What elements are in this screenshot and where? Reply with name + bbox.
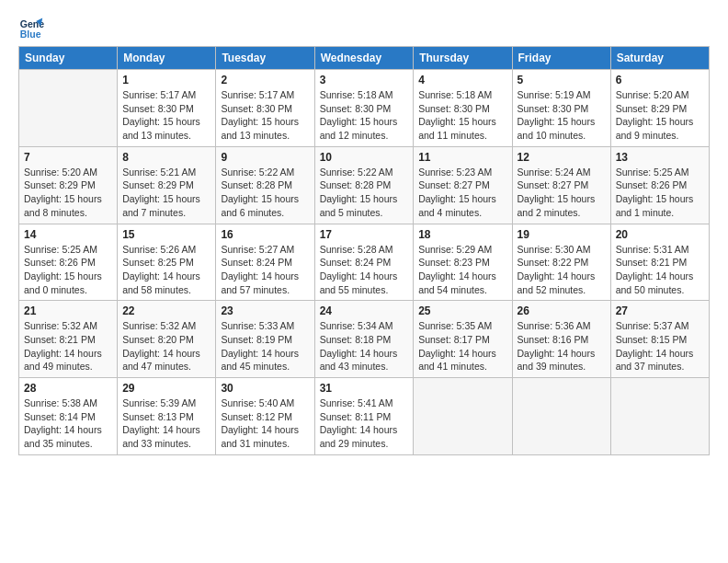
header: General Blue (18, 15, 710, 40)
day-number: 22 (122, 304, 210, 317)
day-cell: 21Sunrise: 5:32 AM Sunset: 8:21 PM Dayli… (19, 301, 118, 378)
header-cell-thursday: Thursday (414, 47, 512, 70)
day-number: 9 (221, 151, 309, 164)
day-cell: 27Sunrise: 5:37 AM Sunset: 8:15 PM Dayli… (610, 301, 709, 378)
day-number: 4 (418, 74, 506, 86)
day-info: Sunrise: 5:21 AM Sunset: 8:29 PM Dayligh… (122, 166, 210, 220)
day-cell: 5Sunrise: 5:19 AM Sunset: 8:30 PM Daylig… (512, 70, 610, 147)
header-cell-tuesday: Tuesday (216, 47, 314, 70)
day-number: 23 (221, 304, 309, 317)
calendar-header-row: SundayMondayTuesdayWednesdayThursdayFrid… (19, 47, 710, 70)
day-cell: 11Sunrise: 5:23 AM Sunset: 8:27 PM Dayli… (414, 146, 512, 224)
header-cell-friday: Friday (512, 47, 610, 70)
day-number: 30 (221, 382, 309, 395)
header-cell-wednesday: Wednesday (314, 47, 414, 70)
svg-text:Blue: Blue (20, 29, 41, 40)
day-number: 6 (616, 74, 704, 86)
day-cell: 22Sunrise: 5:32 AM Sunset: 8:20 PM Dayli… (118, 301, 216, 378)
day-info: Sunrise: 5:35 AM Sunset: 8:17 PM Dayligh… (418, 319, 506, 373)
day-cell (414, 378, 512, 455)
day-info: Sunrise: 5:31 AM Sunset: 8:21 PM Dayligh… (616, 243, 704, 297)
day-cell: 3Sunrise: 5:18 AM Sunset: 8:30 PM Daylig… (314, 70, 414, 147)
day-cell: 1Sunrise: 5:17 AM Sunset: 8:30 PM Daylig… (118, 70, 216, 147)
day-cell: 28Sunrise: 5:38 AM Sunset: 8:14 PM Dayli… (19, 378, 118, 455)
day-cell: 19Sunrise: 5:30 AM Sunset: 8:22 PM Dayli… (512, 224, 610, 301)
day-number: 28 (24, 382, 112, 395)
header-cell-monday: Monday (118, 47, 216, 70)
day-cell: 25Sunrise: 5:35 AM Sunset: 8:17 PM Dayli… (414, 301, 512, 378)
day-info: Sunrise: 5:39 AM Sunset: 8:13 PM Dayligh… (122, 396, 210, 451)
day-number: 20 (616, 228, 704, 241)
week-row-2: 7Sunrise: 5:20 AM Sunset: 8:29 PM Daylig… (19, 146, 710, 224)
day-number: 8 (122, 151, 210, 164)
day-info: Sunrise: 5:36 AM Sunset: 8:16 PM Dayligh… (518, 319, 606, 373)
day-info: Sunrise: 5:20 AM Sunset: 8:29 PM Dayligh… (616, 88, 704, 143)
day-number: 26 (518, 304, 606, 317)
day-number: 5 (518, 74, 606, 86)
day-number: 21 (24, 304, 112, 317)
day-cell: 17Sunrise: 5:28 AM Sunset: 8:24 PM Dayli… (314, 224, 414, 301)
day-number: 17 (320, 228, 409, 241)
day-number: 15 (122, 228, 210, 241)
day-cell: 24Sunrise: 5:34 AM Sunset: 8:18 PM Dayli… (314, 301, 414, 378)
week-row-1: 1Sunrise: 5:17 AM Sunset: 8:30 PM Daylig… (19, 70, 710, 147)
day-cell: 13Sunrise: 5:25 AM Sunset: 8:26 PM Dayli… (610, 146, 709, 224)
logo: General Blue (18, 15, 48, 40)
day-info: Sunrise: 5:20 AM Sunset: 8:29 PM Dayligh… (24, 166, 112, 220)
day-info: Sunrise: 5:28 AM Sunset: 8:24 PM Dayligh… (320, 243, 409, 297)
day-number: 13 (616, 151, 704, 164)
day-cell: 14Sunrise: 5:25 AM Sunset: 8:26 PM Dayli… (19, 224, 118, 301)
calendar-body: 1Sunrise: 5:17 AM Sunset: 8:30 PM Daylig… (19, 70, 710, 455)
day-info: Sunrise: 5:41 AM Sunset: 8:11 PM Dayligh… (320, 396, 409, 451)
day-number: 16 (221, 228, 309, 241)
day-cell: 6Sunrise: 5:20 AM Sunset: 8:29 PM Daylig… (610, 70, 709, 147)
day-number: 31 (320, 382, 409, 395)
day-cell (610, 378, 709, 455)
logo-icon: General Blue (18, 15, 44, 40)
day-cell: 16Sunrise: 5:27 AM Sunset: 8:24 PM Dayli… (216, 224, 314, 301)
day-info: Sunrise: 5:37 AM Sunset: 8:15 PM Dayligh… (616, 319, 704, 373)
day-info: Sunrise: 5:27 AM Sunset: 8:24 PM Dayligh… (221, 243, 309, 297)
day-info: Sunrise: 5:30 AM Sunset: 8:22 PM Dayligh… (518, 243, 606, 297)
day-info: Sunrise: 5:25 AM Sunset: 8:26 PM Dayligh… (616, 166, 704, 220)
day-info: Sunrise: 5:40 AM Sunset: 8:12 PM Dayligh… (221, 396, 309, 451)
day-info: Sunrise: 5:22 AM Sunset: 8:28 PM Dayligh… (221, 166, 309, 220)
day-number: 14 (24, 228, 112, 241)
day-info: Sunrise: 5:34 AM Sunset: 8:18 PM Dayligh… (320, 319, 409, 373)
day-info: Sunrise: 5:23 AM Sunset: 8:27 PM Dayligh… (418, 166, 506, 220)
day-info: Sunrise: 5:17 AM Sunset: 8:30 PM Dayligh… (221, 88, 309, 143)
day-cell: 7Sunrise: 5:20 AM Sunset: 8:29 PM Daylig… (19, 146, 118, 224)
day-cell: 29Sunrise: 5:39 AM Sunset: 8:13 PM Dayli… (118, 378, 216, 455)
day-cell: 10Sunrise: 5:22 AM Sunset: 8:28 PM Dayli… (314, 146, 414, 224)
day-cell: 2Sunrise: 5:17 AM Sunset: 8:30 PM Daylig… (216, 70, 314, 147)
day-info: Sunrise: 5:19 AM Sunset: 8:30 PM Dayligh… (518, 88, 606, 143)
day-cell: 8Sunrise: 5:21 AM Sunset: 8:29 PM Daylig… (118, 146, 216, 224)
day-number: 3 (320, 74, 409, 86)
day-cell: 23Sunrise: 5:33 AM Sunset: 8:19 PM Dayli… (216, 301, 314, 378)
day-info: Sunrise: 5:24 AM Sunset: 8:27 PM Dayligh… (518, 166, 606, 220)
day-number: 12 (518, 151, 606, 164)
day-cell (19, 70, 118, 147)
day-number: 29 (122, 382, 210, 395)
day-number: 10 (320, 151, 409, 164)
day-info: Sunrise: 5:26 AM Sunset: 8:25 PM Dayligh… (122, 243, 210, 297)
header-cell-sunday: Sunday (19, 47, 118, 70)
day-info: Sunrise: 5:17 AM Sunset: 8:30 PM Dayligh… (122, 88, 210, 143)
day-cell (512, 378, 610, 455)
day-number: 24 (320, 304, 409, 317)
day-cell: 18Sunrise: 5:29 AM Sunset: 8:23 PM Dayli… (414, 224, 512, 301)
week-row-4: 21Sunrise: 5:32 AM Sunset: 8:21 PM Dayli… (19, 301, 710, 378)
day-info: Sunrise: 5:32 AM Sunset: 8:20 PM Dayligh… (122, 319, 210, 373)
day-cell: 26Sunrise: 5:36 AM Sunset: 8:16 PM Dayli… (512, 301, 610, 378)
day-info: Sunrise: 5:32 AM Sunset: 8:21 PM Dayligh… (24, 319, 112, 373)
day-info: Sunrise: 5:29 AM Sunset: 8:23 PM Dayligh… (418, 243, 506, 297)
day-number: 2 (221, 74, 309, 86)
day-info: Sunrise: 5:38 AM Sunset: 8:14 PM Dayligh… (24, 396, 112, 451)
week-row-5: 28Sunrise: 5:38 AM Sunset: 8:14 PM Dayli… (19, 378, 710, 455)
day-cell: 12Sunrise: 5:24 AM Sunset: 8:27 PM Dayli… (512, 146, 610, 224)
day-number: 11 (418, 151, 506, 164)
calendar-table: SundayMondayTuesdayWednesdayThursdayFrid… (18, 46, 710, 455)
day-cell: 30Sunrise: 5:40 AM Sunset: 8:12 PM Dayli… (216, 378, 314, 455)
day-cell: 20Sunrise: 5:31 AM Sunset: 8:21 PM Dayli… (610, 224, 709, 301)
day-cell: 4Sunrise: 5:18 AM Sunset: 8:30 PM Daylig… (414, 70, 512, 147)
